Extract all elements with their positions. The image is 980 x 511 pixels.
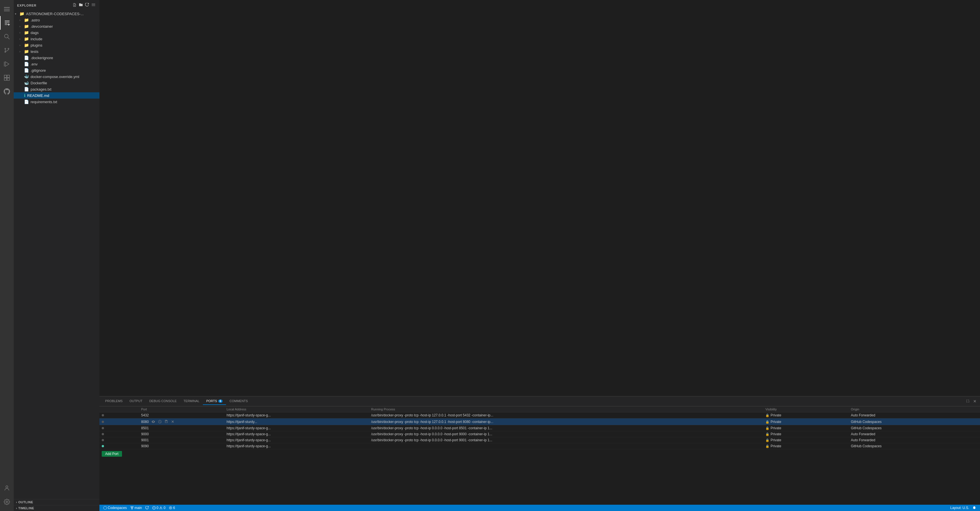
activity-bar-extensions[interactable] [0,71,14,84]
ports-table: Port Local Address Running Process Visib… [99,406,980,449]
port-origin-9001: Auto Forwarded [849,437,980,443]
col-local-address: Local Address [224,406,369,412]
requirements-label: requirements.txt [30,100,57,104]
add-port-button[interactable]: Add Port [102,451,122,457]
dockerignore-file-icon: 📄 [24,56,29,60]
svg-point-15 [6,486,8,488]
tree-item-dockerignore[interactable]: › 📄 .dockerignore [14,54,99,61]
tree-root[interactable]: ▾ 📁 ASTRONOMER-CODESPACES-... [14,11,99,17]
tree-item-gitignore[interactable]: › 📄 .gitignore [14,67,99,73]
env-label: .env [30,62,38,66]
include-arrow: › [19,37,24,41]
tree-item-astro[interactable]: › 📁 .astro [14,17,99,23]
astro-label: .astro [30,18,40,22]
tree-item-env[interactable]: › 📄 .env [14,61,99,67]
collapse-icon[interactable] [91,2,96,8]
close-panel-icon[interactable]: ✕ [972,398,978,404]
open-browser-icon[interactable] [157,420,162,424]
sidebar-header: EXPLORER [14,0,99,11]
preview-icon[interactable] [151,420,156,424]
tree-item-dockerfile[interactable]: › 🐋 Dockerfile [14,80,99,86]
port-origin-5432: Auto Forwarded [849,412,980,419]
status-layout[interactable]: Layout: U.S. [948,505,971,511]
activity-bar-github[interactable] [0,84,14,98]
activity-bar-run[interactable] [0,57,14,71]
activity-bar-source-control[interactable] [0,43,14,57]
activity-bar-settings[interactable] [0,495,14,509]
col-running-process: Running Process [369,406,763,412]
tree-item-devcontainer[interactable]: › 📁 .devcontainer [14,23,99,29]
port-row-8080[interactable]: 8080 [99,419,980,425]
svg-marker-9 [5,62,9,67]
tree-item-packages[interactable]: › 📄 packages.txt [14,86,99,92]
tree-item-include[interactable]: › 📁 include [14,36,99,42]
tab-terminal[interactable]: TERMINAL [180,398,203,405]
new-folder-icon[interactable] [78,2,83,8]
tab-output-label: OUTPUT [129,399,142,403]
port-origin-8080: GitHub Codespaces [849,419,980,425]
tab-comments[interactable]: COMMENTS [226,398,251,405]
port-number-9000: 9000 [139,431,224,437]
tree-item-dags[interactable]: › 📁 dags [14,29,99,36]
status-errors[interactable]: 0 0 [151,505,167,511]
tab-problems[interactable]: PROBLEMS [102,398,126,405]
new-file-icon[interactable] [72,2,77,8]
astro-folder-icon: 📁 [24,18,29,22]
dot-5432 [102,414,104,416]
status-branch[interactable]: main [129,505,144,511]
dot-8501 [102,427,104,429]
dot-9001 [102,439,104,441]
tree-item-readme[interactable]: › ℹ README.md [14,92,99,99]
svg-rect-0 [4,7,10,8]
svg-point-16 [6,501,8,503]
status-bar-right: Layout: U.S. [948,505,978,511]
tree-item-plugins[interactable]: › 📁 plugins [14,42,99,48]
port-process-9001: /usr/bin/docker-proxy -proto tcp -host-i… [369,437,763,443]
port-row-5432[interactable]: 5432 https://tjanif-sturdy-space-g... /u… [99,412,980,419]
port-dot-5432 [99,412,139,419]
maximize-panel-icon[interactable] [964,398,971,404]
status-ports[interactable]: 6 [167,505,177,511]
astro-arrow: › [19,19,24,22]
tree-item-docker-compose[interactable]: › 🐳 docker-compose.override.yml [14,73,99,80]
env-file-icon: 📄 [24,62,29,66]
dockerfile-file-icon: 🐋 [24,81,29,85]
tree-item-requirements[interactable]: › 📄 requirements.txt [14,99,99,105]
ports-icon [169,506,172,509]
copy-icon[interactable] [164,420,169,424]
status-sync[interactable] [144,505,151,511]
port-row-9090[interactable]: 9090 https://tjanif-sturdy-space-g... 🔒P… [99,443,980,449]
tab-debug-console[interactable]: DEBUG CONSOLE [146,398,180,405]
port-local-9001: https://tjanif-sturdy-space-g... [224,437,369,443]
svg-rect-12 [7,75,10,78]
devcontainer-label: .devcontainer [30,24,53,29]
close-port-icon[interactable]: ✕ [170,419,175,424]
timeline-header[interactable]: › TIMELINE [14,505,99,511]
port-number-8080: 8080 [139,419,224,425]
error-icon [152,506,156,509]
port-dot-8080 [99,419,139,425]
activity-bar-explorer[interactable] [0,16,14,30]
port-row-9001[interactable]: 9001 https://tjanif-sturdy-space-g... /u… [99,437,980,443]
include-folder-icon: 📁 [24,37,29,41]
outline-header[interactable]: › OUTLINE [14,499,99,505]
warning-icon [159,506,162,509]
refresh-icon[interactable] [84,2,90,8]
port-visibility-9090: 🔒Private [763,443,849,449]
activity-bar-accounts[interactable] [0,481,14,495]
port-local-5432: https://tjanif-sturdy-space-g... [224,412,369,419]
panel-actions: ✕ [964,398,978,404]
port-row-8501[interactable]: 8501 https://tjanif-sturdy-space-g... /u… [99,425,980,431]
readme-label: README.md [27,94,49,98]
tree-item-tests[interactable]: › 📁 tests [14,48,99,54]
tab-output[interactable]: OUTPUT [126,398,146,405]
status-bell[interactable] [971,505,978,511]
port-row-9000[interactable]: 9000 https://tjanif-sturdy-space-g... /u… [99,431,980,437]
activity-bar-search[interactable] [0,30,14,43]
activity-bar-menu[interactable] [0,2,14,16]
requirements-file-icon: 📄 [24,99,29,104]
svg-rect-1 [4,9,10,10]
tab-ports[interactable]: PORTS 6 [203,398,226,405]
dockerignore-label: .dockerignore [30,56,53,60]
status-codespaces[interactable]: Codespaces [102,505,129,511]
